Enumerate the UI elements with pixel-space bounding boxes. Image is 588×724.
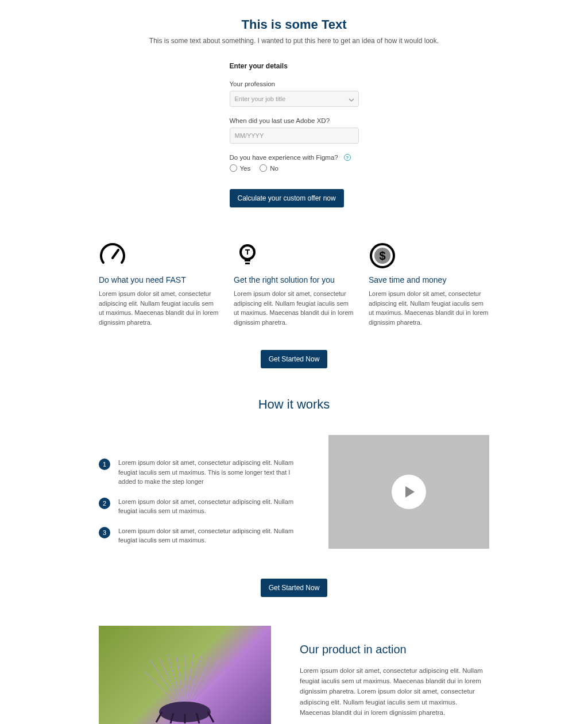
feature-title: Save time and money [369,275,489,284]
speed-icon [99,242,219,269]
steps-list: 1 Lorem ipsum dolor sit amet, consectetu… [99,435,305,556]
product-title: Our product in action [300,643,489,656]
profession-input[interactable] [230,91,359,107]
step-text: Lorem ipsum dolor sit amet, consectetur … [118,526,305,545]
radio-no-label: No [270,165,278,172]
svg-text:$: $ [379,249,385,262]
step-number-badge: 3 [99,527,110,538]
svg-rect-2 [245,259,250,261]
page-title: This is some Text [0,17,588,32]
svg-line-0 [113,250,118,258]
radio-yes[interactable]: Yes [230,164,251,172]
profession-label: Your profession [230,80,359,87]
step-number-badge: 1 [99,459,110,470]
feature-save: $ Save time and money Lorem ipsum dolor … [369,242,489,327]
video-placeholder[interactable] [328,435,489,549]
radio-yes-label: Yes [240,165,251,172]
info-icon[interactable]: ? [344,154,351,161]
xd-date-input[interactable] [230,128,359,144]
lightbulb-icon [234,242,354,269]
step-number-badge: 2 [99,498,110,509]
feature-desc: Lorem ipsum dolor sit amet, consectetur … [234,289,354,327]
features-row: Do what you need FAST Lorem ipsum dolor … [99,242,489,327]
product-image [99,626,271,725]
product-desc: Lorem ipsum dolor sit amet, consectetur … [300,665,489,718]
feature-fast: Do what you need FAST Lorem ipsum dolor … [99,242,219,327]
play-icon [392,475,426,509]
how-it-works-title: How it works [0,397,588,412]
feature-title: Get the right solution for you [234,275,354,284]
xd-label: When did you last use Adobe XD? [230,117,359,124]
details-form: Enter your details Your profession When … [230,62,359,207]
feature-desc: Lorem ipsum dolor sit amet, consectetur … [369,289,489,327]
step-item: 1 Lorem ipsum dolor sit amet, consectetu… [99,458,305,487]
page-subtitle: This is some text about something. I wan… [0,37,588,45]
step-item: 2 Lorem ipsum dolor sit amet, consectetu… [99,497,305,516]
figma-label: Do you have experience with Figma? [230,154,338,161]
get-started-button[interactable]: Get Started Now [261,350,328,368]
step-text: Lorem ipsum dolor sit amet, consectetur … [118,497,305,516]
step-text: Lorem ipsum dolor sit amet, consectetur … [118,458,305,487]
step-item: 3 Lorem ipsum dolor sit amet, consectetu… [99,526,305,545]
calculate-button[interactable]: Calculate your custom offer now [230,189,344,207]
dollar-icon: $ [369,242,489,269]
radio-no[interactable]: No [260,164,278,172]
svg-rect-3 [245,263,250,264]
feature-title: Do what you need FAST [99,275,219,284]
feature-solution: Get the right solution for you Lorem ips… [234,242,354,327]
get-started-button[interactable]: Get Started Now [261,579,328,597]
feature-desc: Lorem ipsum dolor sit amet, consectetur … [99,289,219,327]
form-heading: Enter your details [230,62,359,70]
